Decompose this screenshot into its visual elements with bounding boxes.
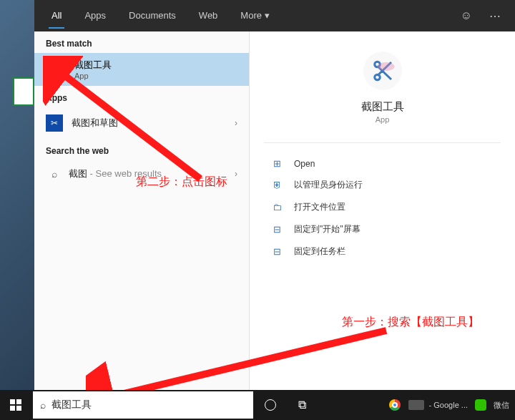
search-input[interactable]	[52, 399, 246, 411]
divider	[264, 142, 501, 143]
best-match-header: Best match	[34, 31, 249, 53]
scissors-icon	[46, 59, 66, 79]
tab-web[interactable]: Web	[187, 0, 230, 31]
desktop-shortcut[interactable]	[13, 77, 34, 106]
action-list: ⊞Open ⛨以管理员身份运行 🗀打开文件位置 ⊟固定到"开始"屏幕 ⊟固定到任…	[250, 150, 515, 265]
best-match-subtitle: App	[74, 72, 112, 80]
chevron-right-icon: ›	[235, 118, 237, 128]
tray-label-wechat: 微信	[494, 400, 509, 411]
cortana-button[interactable]	[255, 390, 286, 420]
tray-label-google: - Google ...	[429, 401, 468, 409]
tab-documents[interactable]: Documents	[117, 0, 187, 31]
svg-rect-3	[16, 399, 21, 404]
action-open-location[interactable]: 🗀打开文件位置	[250, 196, 515, 218]
chrome-taskbar-icon[interactable]	[386, 396, 403, 414]
app-result-item[interactable]: ✂ 截图和草图 ›	[34, 107, 249, 139]
app-result-title: 截图和草图	[72, 117, 235, 130]
system-tray: - Google ... 微信	[386, 396, 515, 414]
tab-apps[interactable]: Apps	[73, 0, 117, 31]
search-filter-tabs: All Apps Documents Web More ▾ ☺ ⋯	[34, 0, 515, 31]
detail-subtitle: App	[250, 115, 515, 124]
admin-icon: ⛨	[270, 180, 284, 190]
wechat-taskbar-icon[interactable]	[472, 396, 489, 414]
browser-tab-icon[interactable]	[408, 396, 425, 414]
open-icon: ⊞	[270, 158, 284, 169]
search-results-panel: Best match 截图工具 App Apps ✂ 截图和草图 › Searc…	[34, 31, 249, 390]
web-result-item[interactable]: ⌕ 截图 - See web results ›	[34, 160, 249, 187]
best-match-item[interactable]: 截图工具 App	[34, 53, 249, 86]
action-open[interactable]: ⊞Open	[250, 153, 515, 174]
taskbar-search-box[interactable]: ⌕	[33, 391, 253, 419]
feedback-icon[interactable]: ☺	[452, 9, 481, 22]
web-result-term: 截图	[69, 168, 87, 179]
tab-more[interactable]: More ▾	[229, 0, 280, 31]
chevron-down-icon: ▾	[265, 10, 270, 21]
search-icon: ⌕	[40, 399, 46, 411]
windows-icon	[10, 399, 21, 411]
best-match-title: 截图工具	[74, 59, 112, 72]
action-run-admin[interactable]: ⛨以管理员身份运行	[250, 174, 515, 196]
svg-rect-2	[10, 399, 15, 404]
action-pin-taskbar[interactable]: ⊟固定到任务栏	[250, 240, 515, 263]
chevron-right-icon: ›	[235, 169, 237, 179]
web-result-suffix: - See web results	[87, 168, 162, 179]
apps-header: Apps	[34, 86, 249, 107]
search-icon: ⌕	[46, 168, 63, 180]
scissors-icon	[363, 52, 402, 90]
web-header: Search the web	[34, 139, 249, 160]
more-options-icon[interactable]: ⋯	[481, 9, 509, 23]
detail-panel: 截图工具 App ⊞Open ⛨以管理员身份运行 🗀打开文件位置 ⊟固定到"开始…	[249, 31, 515, 390]
svg-point-1	[377, 62, 394, 71]
folder-icon: 🗀	[270, 202, 284, 213]
task-view-button[interactable]: ⧉	[286, 390, 318, 420]
svg-rect-4	[10, 406, 15, 411]
taskbar: ⌕ ⧉ - Google ... 微信	[0, 390, 515, 420]
tab-all[interactable]: All	[40, 0, 73, 31]
svg-rect-5	[16, 406, 21, 411]
svg-point-0	[53, 65, 62, 69]
detail-title: 截图工具	[250, 100, 515, 114]
start-button[interactable]	[0, 390, 31, 420]
pin-start-icon: ⊟	[270, 224, 284, 235]
desktop-background	[0, 0, 34, 390]
action-pin-start[interactable]: ⊟固定到"开始"屏幕	[250, 218, 515, 240]
pin-taskbar-icon: ⊟	[270, 246, 284, 257]
snip-sketch-icon: ✂	[46, 114, 63, 132]
